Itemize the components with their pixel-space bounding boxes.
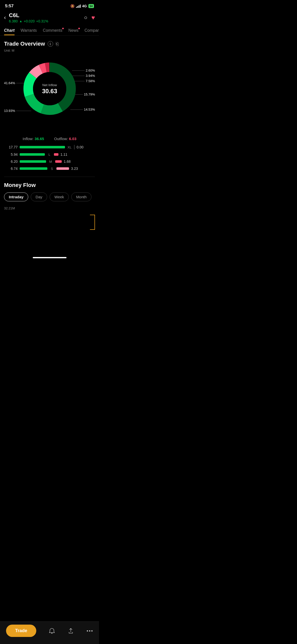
unit-text: Unit: M xyxy=(4,49,95,52)
inflow-bar-s xyxy=(20,167,47,170)
outflow-bar-s xyxy=(56,167,69,170)
tab-warrants[interactable]: Warrants xyxy=(21,26,37,35)
price-change: +0.020 xyxy=(24,19,35,23)
svg-text:30.63: 30.63 xyxy=(42,88,57,94)
flow-row-s: 6.74 S 3.23 xyxy=(5,167,94,171)
signal-bars xyxy=(76,4,81,8)
tab-intraday[interactable]: Intraday xyxy=(4,192,28,201)
section-divider xyxy=(4,177,95,177)
status-time: 5:57 xyxy=(5,4,14,9)
main-content: Trade Overview ℹ ⎗ Unit: M 41.64% 13.93%… xyxy=(0,36,99,177)
outflow-bar-m xyxy=(55,160,62,163)
back-button[interactable]: ‹ xyxy=(4,14,6,21)
donut-chart: Net Inflow 30.63 xyxy=(22,61,77,117)
header-left: ‹ C6L 6.380 ▲ +0.020 +0.31% xyxy=(4,12,48,23)
flow-summary: Inflow: 36.65 Outflow: 6.03 xyxy=(4,137,95,141)
stock-symbol: C6L xyxy=(9,12,48,19)
price-up-arrow: ▲ xyxy=(19,19,22,23)
tab-company[interactable]: Company xyxy=(84,26,99,35)
header: ‹ C6L 6.380 ▲ +0.020 +0.31% ○ ♥ xyxy=(0,11,99,26)
money-flow-title: Money Flow xyxy=(4,182,95,188)
stock-price-row: 6.380 ▲ +0.020 +0.31% xyxy=(9,19,48,23)
donut-chart-area: 41.64% 13.93% 2.60% 3.94% 7.58% 15.79% xyxy=(4,56,95,134)
favorite-icon[interactable]: ♥ xyxy=(91,14,95,21)
chart-scale: 32.21M xyxy=(4,206,95,210)
tab-comments[interactable]: Comments xyxy=(43,26,62,35)
info-icon[interactable]: ℹ xyxy=(48,41,53,47)
trade-overview-title: Trade Overview xyxy=(4,41,45,47)
tab-month[interactable]: Month xyxy=(71,192,91,201)
price-change-pct: +0.31% xyxy=(36,19,48,23)
flow-row-l: 5.94 L 1.11 xyxy=(5,152,94,156)
outflow-summary: Outflow: 6.03 xyxy=(54,137,76,141)
trade-overview-header: Trade Overview ℹ ⎗ xyxy=(4,41,95,47)
money-flow-section: Money Flow Intraday Day Week Month 32.21… xyxy=(0,182,99,232)
tab-day[interactable]: Day xyxy=(31,192,47,201)
comments-dot xyxy=(62,28,64,29)
inflow-value: 36.65 xyxy=(35,137,44,141)
svg-text:Net Inflow: Net Inflow xyxy=(42,83,57,87)
home-indicator xyxy=(33,257,67,258)
stock-info: C6L 6.380 ▲ +0.020 +0.31% xyxy=(9,12,48,23)
mini-chart xyxy=(4,212,95,232)
stock-price: 6.380 xyxy=(9,19,18,23)
bell-slash-icon: 🔕 xyxy=(70,4,75,8)
time-tabs: Intraday Day Week Month xyxy=(4,192,95,201)
header-right: ○ ♥ xyxy=(84,14,95,21)
news-dot xyxy=(78,28,80,29)
flow-row-m: 6.20 M 1.68 xyxy=(5,159,94,164)
inflow-bar-l xyxy=(20,153,45,156)
tab-chart[interactable]: Chart xyxy=(4,26,15,35)
flow-row-xl: 17.77 XL 0.00 xyxy=(5,145,94,149)
status-bar: 5:57 🔕 4G 54 xyxy=(0,0,99,11)
outflow-bar-l xyxy=(54,153,58,156)
search-icon[interactable]: ○ xyxy=(84,14,87,21)
outflow-value: 6.03 xyxy=(69,137,76,141)
inflow-bar-m xyxy=(20,160,46,163)
inflow-summary: Inflow: 36.65 xyxy=(23,137,44,141)
tab-week[interactable]: Week xyxy=(50,192,69,201)
tab-news[interactable]: News xyxy=(68,26,78,35)
network-label: 4G xyxy=(82,4,87,8)
flow-rows: 17.77 XL 0.00 5.94 L 1.11 6.20 M 1.68 6.… xyxy=(4,145,95,171)
inflow-bar-xl xyxy=(20,146,65,148)
status-right: 🔕 4G 54 xyxy=(70,4,94,8)
battery-badge: 54 xyxy=(88,4,94,8)
mini-chart-line xyxy=(90,215,95,230)
nav-tabs: Chart Warrants Comments News Company xyxy=(0,26,99,36)
share-icon[interactable]: ⎗ xyxy=(56,41,59,47)
